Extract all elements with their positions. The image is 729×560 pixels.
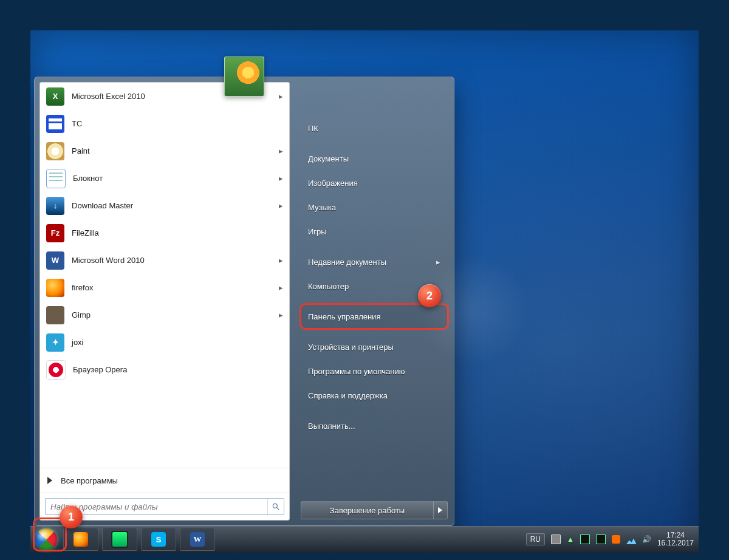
dm-icon: ↓ [46, 197, 64, 215]
program-item-dm[interactable]: ↓Download Master▸ [40, 192, 289, 219]
submenu-arrow-icon: ▸ [279, 310, 283, 319]
annotation-badge-1: 1 [60, 505, 83, 528]
program-item-paint[interactable]: Paint▸ [40, 137, 289, 165]
right-item-label: Компьютер [308, 282, 349, 291]
volume-icon[interactable]: 🔊 [642, 535, 651, 544]
right-item-label: Игры [308, 227, 327, 236]
shutdown-split-button: Завершение работы [301, 501, 448, 519]
pinned-programs-list: XMicrosoft Excel 2010▸TCPaint▸Блокнот▸↓D… [40, 83, 289, 468]
svg-marker-2 [438, 507, 442, 513]
desktop[interactable]: XMicrosoft Excel 2010▸TCPaint▸Блокнот▸↓D… [30, 30, 699, 553]
right-item-label: Программы по умолчанию [308, 367, 405, 376]
program-item-gimp[interactable]: Gimp▸ [40, 301, 289, 329]
right-item-label: Устройства и принтеры [308, 343, 394, 352]
shutdown-button[interactable]: Завершение работы [301, 501, 433, 519]
right-item-label: Панель управления [308, 312, 380, 321]
right-item-label: Изображения [308, 179, 358, 188]
annotation-badge-2: 2 [418, 284, 441, 307]
fz-icon: Fz [46, 224, 64, 242]
submenu-arrow-icon: ▸ [279, 201, 283, 210]
program-label: FileZilla [72, 228, 99, 237]
start-menu-right-pane: ПКДокументыИзображенияМузыкаИгрыНедавние… [295, 77, 454, 525]
chevron-right-icon [47, 477, 52, 484]
all-programs-button[interactable]: Все программы [40, 468, 289, 493]
program-item-word[interactable]: WMicrosoft Word 2010▸ [40, 247, 289, 274]
shutdown-options-button[interactable] [433, 501, 448, 519]
right-item-label: Музыка [308, 203, 336, 212]
right-item-4[interactable]: Игры [301, 219, 448, 244]
ff-icon [46, 279, 64, 297]
tray-icon-green2[interactable] [596, 534, 606, 544]
right-item-label: Недавние документы [308, 258, 386, 267]
program-item-ff[interactable]: firefox▸ [40, 274, 289, 301]
submenu-arrow-icon: ▸ [279, 174, 283, 183]
right-item-5[interactable]: Недавние документы▸ [301, 250, 448, 274]
start-button[interactable] [33, 526, 60, 553]
right-item-label: Справка и поддержка [308, 391, 388, 400]
right-item-3[interactable]: Музыка [301, 195, 448, 219]
program-label: firefox [72, 283, 93, 292]
paint-icon [46, 142, 64, 160]
word-icon: W [46, 251, 64, 270]
submenu-arrow-icon: ▸ [279, 283, 283, 292]
tray-icon-orange[interactable] [612, 535, 620, 544]
taskbar-app-firefox[interactable] [63, 528, 98, 551]
word-icon [190, 532, 205, 547]
start-menu: XMicrosoft Excel 2010▸TCPaint▸Блокнот▸↓D… [34, 77, 454, 526]
right-item-7[interactable]: Панель управления [301, 304, 448, 329]
right-item-label: Выполнить... [308, 422, 355, 431]
program-label: Paint [72, 146, 90, 155]
program-item-opera[interactable]: Браузер Opera [40, 356, 289, 383]
gimp-icon [46, 306, 64, 324]
program-item-joxi[interactable]: ✦joxi [40, 329, 289, 356]
note-icon [46, 169, 66, 188]
right-item-label: ПК [308, 124, 318, 133]
start-menu-left-pane: XMicrosoft Excel 2010▸TCPaint▸Блокнот▸↓D… [39, 82, 290, 521]
program-label: Microsoft Word 2010 [72, 256, 145, 265]
right-item-1[interactable]: Документы [301, 146, 448, 171]
program-label: Блокнот [73, 174, 103, 183]
taskbar-left [30, 526, 215, 553]
svg-point-0 [273, 504, 277, 508]
program-item-tc[interactable]: TC [40, 110, 289, 137]
program-item-note[interactable]: Блокнот▸ [40, 165, 289, 192]
keyboard-icon[interactable] [551, 534, 561, 544]
right-item-11[interactable]: Выполнить... [301, 414, 448, 438]
skype-icon [151, 532, 166, 547]
shutdown-label: Завершение работы [330, 506, 405, 515]
program-label: Браузер Opera [73, 365, 127, 374]
tray-icon-green1[interactable] [580, 534, 590, 544]
taskbar-tray: RU ▲ 🔊 17:24 16.12.2017 [526, 531, 699, 547]
right-item-label: Документы [308, 154, 349, 163]
tray-clock[interactable]: 17:24 16.12.2017 [657, 531, 694, 547]
joxi-icon: ✦ [46, 333, 64, 352]
opera-icon [46, 360, 66, 380]
taskbar-app-word[interactable] [180, 528, 215, 551]
right-item-2[interactable]: Изображения [301, 171, 448, 195]
submenu-arrow-icon: ▸ [279, 146, 283, 155]
right-item-9[interactable]: Программы по умолчанию [301, 359, 448, 383]
taskbar-app-explorer[interactable] [102, 528, 137, 551]
program-label: Download Master [72, 201, 133, 210]
right-item-0[interactable]: ПК [301, 116, 448, 140]
right-item-8[interactable]: Устройства и принтеры [301, 335, 448, 359]
windows-orb-icon [35, 528, 57, 550]
program-item-fz[interactable]: FzFileZilla [40, 219, 289, 247]
user-picture[interactable] [224, 56, 264, 97]
search-icon[interactable] [267, 499, 284, 514]
submenu-arrow-icon: ▸ [279, 92, 283, 101]
program-label: Microsoft Excel 2010 [72, 92, 145, 101]
submenu-arrow-icon: ▸ [279, 256, 283, 265]
firefox-icon [74, 532, 88, 547]
right-item-6[interactable]: Компьютер [301, 274, 448, 298]
network-icon[interactable] [626, 534, 636, 544]
monitor-icon [111, 531, 128, 548]
submenu-arrow-icon: ▸ [436, 258, 440, 267]
language-indicator[interactable]: RU [526, 533, 545, 545]
program-label: TC [72, 119, 82, 128]
taskbar-app-skype[interactable] [141, 528, 176, 551]
right-item-10[interactable]: Справка и поддержка [301, 383, 448, 408]
taskbar: RU ▲ 🔊 17:24 16.12.2017 [30, 526, 699, 553]
svg-line-1 [277, 508, 279, 510]
program-label: Gimp [72, 310, 91, 319]
